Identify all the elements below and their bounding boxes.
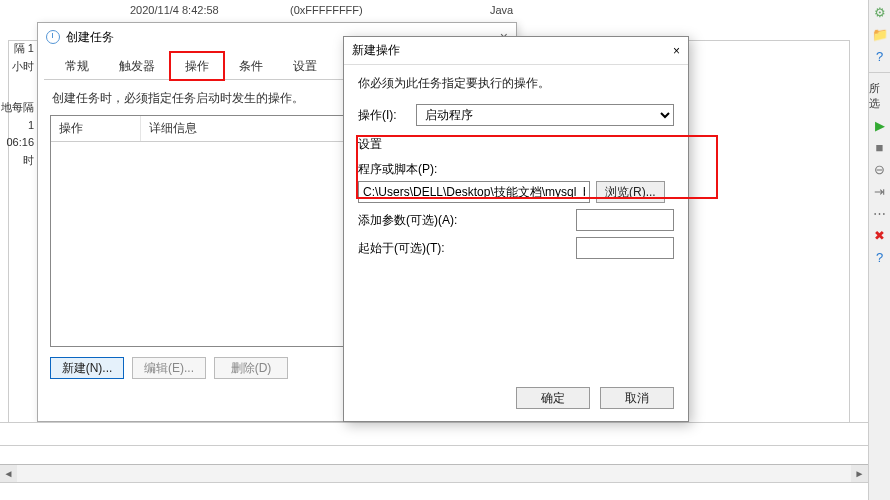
play-icon[interactable]: ▶ xyxy=(872,117,888,133)
script-input[interactable] xyxy=(358,181,590,203)
browse-button[interactable]: 浏览(R)... xyxy=(596,181,665,203)
h-scrollbar[interactable]: ◄ ► xyxy=(0,465,868,482)
tab-conditions[interactable]: 条件 xyxy=(224,52,278,80)
tab-general[interactable]: 常规 xyxy=(50,52,104,80)
export-icon[interactable]: ⇥ xyxy=(872,183,888,199)
args-label: 添加参数(可选)(A): xyxy=(358,212,457,229)
gear-icon[interactable]: ⚙ xyxy=(872,4,888,20)
dialog-title: 创建任务 xyxy=(66,29,114,46)
bg-java: Java xyxy=(490,4,620,16)
args-input[interactable] xyxy=(576,209,674,231)
delete-button[interactable]: 删除(D) xyxy=(214,357,288,379)
settings-group-title: 设置 xyxy=(358,136,674,153)
task-icon xyxy=(46,30,60,44)
properties-icon[interactable]: ⋯ xyxy=(872,205,888,221)
col-action[interactable]: 操作 xyxy=(51,116,141,141)
tab-triggers[interactable]: 触发器 xyxy=(104,52,170,80)
help-icon[interactable]: ? xyxy=(872,249,888,265)
tab-actions[interactable]: 操作 xyxy=(170,52,224,80)
delete-icon[interactable]: ✖ xyxy=(872,227,888,243)
startin-input[interactable] xyxy=(576,237,674,259)
bg-row: 2020/11/4 8:42:58 (0xFFFFFFFF) Java xyxy=(0,0,890,20)
new-action-dialog: 新建操作 × 你必须为此任务指定要执行的操作。 操作(I): 启动程序 设置 程… xyxy=(343,36,689,422)
selection-label: 所选 xyxy=(869,81,890,111)
folder-icon[interactable]: 📁 xyxy=(872,26,888,42)
close-icon[interactable]: × xyxy=(673,44,680,58)
divider xyxy=(0,445,868,446)
edit-button[interactable]: 编辑(E)... xyxy=(132,357,206,379)
tab-settings[interactable]: 设置 xyxy=(278,52,332,80)
bottom-panel xyxy=(0,482,868,500)
bg-left-3: 06:16 时 xyxy=(0,134,34,169)
help-icon[interactable]: ? xyxy=(872,48,888,64)
gap-strip xyxy=(0,422,868,445)
scroll-left-icon[interactable]: ◄ xyxy=(0,465,17,482)
bg-left-1: 隔 1 小时 xyxy=(0,40,34,75)
bg-left-text: 隔 1 小时 地每隔 1 06:16 时 xyxy=(0,40,36,170)
stop-icon[interactable]: ■ xyxy=(872,139,888,155)
startin-label: 起始于(可选)(T): xyxy=(358,240,445,257)
new-button[interactable]: 新建(N)... xyxy=(50,357,124,379)
bg-date: 2020/11/4 8:42:58 xyxy=(130,4,260,16)
cancel-button[interactable]: 取消 xyxy=(600,387,674,409)
bg-hex: (0xFFFFFFFF) xyxy=(290,4,420,16)
operation-label: 操作(I): xyxy=(358,107,408,124)
disable-icon[interactable]: ⊖ xyxy=(872,161,888,177)
intro-text: 你必须为此任务指定要执行的操作。 xyxy=(358,75,674,92)
script-label: 程序或脚本(P): xyxy=(358,161,674,178)
scroll-right-icon[interactable]: ► xyxy=(851,465,868,482)
right-sidebar: ⚙ 📁 ? 所选 ▶ ■ ⊖ ⇥ ⋯ ✖ ? xyxy=(868,0,890,500)
operation-select[interactable]: 启动程序 xyxy=(416,104,674,126)
ok-button[interactable]: 确定 xyxy=(516,387,590,409)
bg-left-2: 地每隔 1 xyxy=(0,99,34,134)
dialog-title: 新建操作 xyxy=(352,42,400,59)
